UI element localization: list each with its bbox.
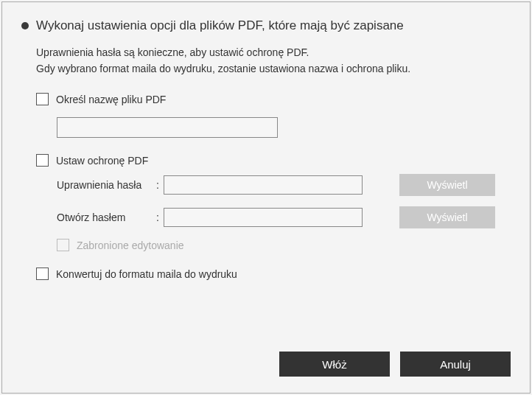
label-open-password: Otwórz hasłem: [57,212,164,223]
label-set-protection: Ustaw ochronę PDF [56,155,148,167]
button-show-permissions[interactable]: Wyświetl [399,174,495,196]
checkbox-prohibit-editing [57,239,69,251]
row-prohibit-editing: Zabronione edytowanie [57,239,511,251]
row-permissions-password: Uprawnienia hasła: Wyświetl [57,174,511,196]
row-open-password: Otwórz hasłem: Wyświetl [57,206,511,228]
section-filename: Określ nazwę pliku PDF [36,93,511,138]
description-block: Uprawnienia hasła są konieczne, aby usta… [36,45,511,77]
checkbox-set-protection[interactable] [36,154,49,167]
description-line2: Gdy wybrano format maila do wydruku, zos… [36,61,511,77]
button-show-open[interactable]: Wyświetl [399,206,495,228]
input-filename[interactable] [57,117,278,138]
label-prohibit-editing: Zabronione edytowanie [77,240,184,251]
dialog-title: Wykonaj ustawienia opcji dla plików PDF,… [36,18,404,33]
section-protection: Ustaw ochronę PDF Uprawnienia hasła: Wyś… [36,154,511,251]
checkbox-specify-filename[interactable] [36,93,49,105]
input-permissions-password[interactable] [164,175,363,195]
pdf-options-dialog: Wykonaj ustawienia opcji dla plików PDF,… [1,1,531,394]
bullet-icon [21,22,29,29]
label-permissions-password: Uprawnienia hasła: [57,179,164,191]
title-row: Wykonaj ustawienia opcji dla plików PDF,… [21,18,511,33]
label-convert-mail: Konwertuj do formatu maila do wydruku [56,268,237,280]
input-open-password[interactable] [164,208,363,227]
section-convert-mail: Konwertuj do formatu maila do wydruku [36,268,511,280]
description-line1: Uprawnienia hasła są konieczne, aby usta… [36,45,511,61]
checkbox-convert-mail[interactable] [36,268,49,280]
footer-buttons: Włóż Anuluj [279,352,511,377]
cancel-button[interactable]: Anuluj [400,352,511,377]
insert-button[interactable]: Włóż [279,352,390,377]
label-specify-filename: Określ nazwę pliku PDF [56,94,166,105]
